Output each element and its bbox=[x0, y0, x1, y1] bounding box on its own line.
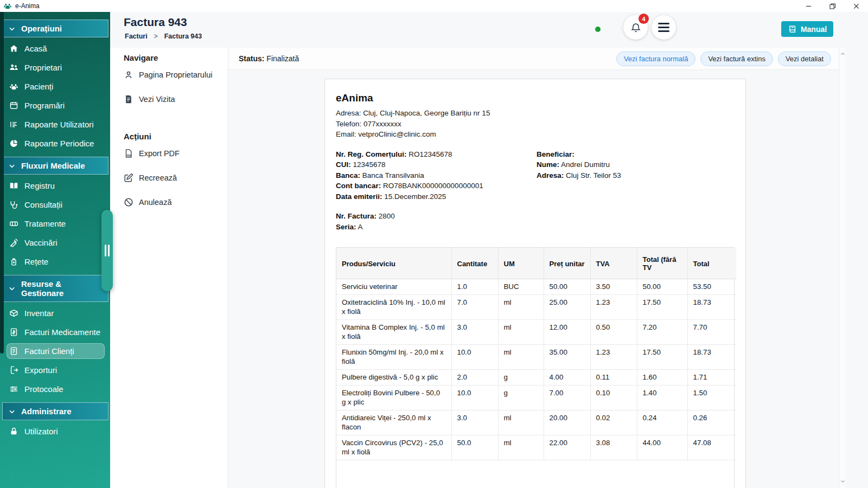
table-cell: 50.00 bbox=[544, 279, 590, 295]
section-label: Resurse & Gestionare bbox=[21, 279, 103, 298]
paw-logo-icon bbox=[3, 2, 12, 10]
table-cell: 10.0 bbox=[451, 386, 498, 410]
table-row: Oxitetraciclină 10% Inj. - 10,0 ml x fio… bbox=[336, 295, 736, 320]
nav-item-vezi-vizita[interactable]: Vezi Vizita bbox=[124, 94, 228, 104]
sidebar-item-label: Rețete bbox=[24, 257, 48, 266]
sidebar-section-operatiuni[interactable]: Operațiuni bbox=[2, 20, 108, 37]
pdf-icon: PDF bbox=[124, 149, 133, 158]
close-button[interactable] bbox=[844, 0, 868, 12]
col-tva: TVA bbox=[590, 248, 637, 279]
table-cell: ml bbox=[498, 295, 544, 320]
sidebar-item-facturi-clienti[interactable]: Facturi Clienți bbox=[7, 343, 105, 359]
table-row: Flunixin 50mg/ml Inj. - 20,0 ml x fiolă1… bbox=[336, 345, 736, 370]
prescription-icon bbox=[9, 257, 18, 266]
action-export-pdf[interactable]: PDF Export PDF bbox=[124, 149, 228, 158]
sidebar-item-protocoale[interactable]: Protocoale bbox=[7, 381, 105, 397]
vezi-factura-normala-button[interactable]: Vezi factura normală bbox=[616, 52, 696, 66]
page-title: Factura 943 bbox=[124, 16, 187, 29]
scroll-up-icon[interactable] bbox=[839, 50, 846, 57]
table-cell: 25.00 bbox=[544, 295, 590, 320]
sidebar-item-facturi-medicamente[interactable]: Facturi Medicamente bbox=[7, 324, 105, 340]
sidebar-item-label: Inventar bbox=[24, 309, 54, 318]
col-total: Total bbox=[687, 248, 736, 279]
breadcrumb-facturi[interactable]: Facturi bbox=[125, 33, 148, 40]
chevron-down-icon bbox=[8, 408, 16, 415]
table-cell: Electroliți Bovini Pulbere - 50,0 g x pl… bbox=[336, 386, 451, 410]
home-icon bbox=[9, 44, 18, 53]
sidebar-item-proprietari[interactable]: Proprietari bbox=[7, 60, 105, 75]
sidebar-item-label: Exporturi bbox=[24, 365, 57, 375]
col-cantitate: Cantitate bbox=[451, 248, 498, 279]
restore-button[interactable] bbox=[820, 0, 844, 12]
hamburger-icon bbox=[658, 23, 669, 32]
sidebar-item-rapoarte-utilizatori[interactable]: Rapoarte Utilizatori bbox=[7, 117, 105, 132]
window-controls bbox=[796, 0, 868, 12]
table-cell: 3.0 bbox=[451, 410, 498, 435]
table-cell: ml bbox=[498, 435, 544, 460]
sidebar-item-inventar[interactable]: Inventar bbox=[7, 305, 105, 321]
sidebar-item-vaccinari[interactable]: Vaccinări bbox=[7, 235, 105, 251]
sidebar-item-retete[interactable]: Rețete bbox=[7, 254, 105, 269]
table-header-row: Produs/Serviciu Cantitate UM Preț unitar… bbox=[336, 248, 736, 279]
content-scrollbar[interactable] bbox=[839, 48, 846, 488]
table-cell: 0.02 bbox=[590, 410, 637, 435]
sidebar: Operațiuni Acasă Proprietari Pacienți Pr… bbox=[0, 12, 110, 488]
status-dot bbox=[595, 27, 601, 32]
sidebar-item-registru[interactable]: Registru bbox=[7, 178, 105, 194]
invoice-table-body: Serviciu veterinar1.0BUC50.003.5050.0053… bbox=[336, 279, 736, 460]
sidebar-item-acasa[interactable]: Acasă bbox=[7, 41, 105, 56]
table-cell: 18.73 bbox=[687, 295, 736, 320]
sidebar-collapse-handle[interactable] bbox=[101, 210, 113, 291]
sidebar-item-rapoarte-periodice[interactable]: Rapoarte Periodice bbox=[7, 136, 105, 151]
navigare-heading: Navigare bbox=[124, 53, 228, 62]
status-bar: Status: Finalizată Vezi factura normală … bbox=[228, 48, 839, 70]
table-cell: 3.50 bbox=[590, 279, 637, 295]
vezi-detaliat-button[interactable]: Vezi detaliat bbox=[778, 52, 831, 66]
invoice-number-block: Nr. Factura: 2800 Seria: A bbox=[336, 211, 735, 232]
table-cell: 2.0 bbox=[451, 370, 498, 386]
nav-item-pagina-proprietarului[interactable]: Pagina Proprietarului bbox=[124, 70, 228, 80]
sidebar-item-programari[interactable]: Programări bbox=[7, 98, 105, 113]
table-cell: BUC bbox=[498, 279, 544, 295]
table-cell: g bbox=[498, 370, 544, 386]
sidebar-item-tratamente[interactable]: Tratamente bbox=[7, 216, 105, 232]
table-cell: 22.00 bbox=[544, 435, 590, 460]
sidebar-item-exporturi[interactable]: Exporturi bbox=[7, 362, 105, 378]
sidebar-item-utilizatori[interactable]: Utilizatori bbox=[7, 423, 105, 439]
table-row: Vitamina B Complex Inj. - 5,0 ml x fiolă… bbox=[336, 320, 736, 345]
open-book-icon bbox=[9, 181, 18, 190]
sidebar-section-administrare[interactable]: Administrare bbox=[2, 402, 108, 420]
menu-button[interactable] bbox=[652, 15, 676, 40]
sidebar-scrollbar[interactable] bbox=[0, 12, 4, 354]
nume-field: Nume: Andrei Dumitru bbox=[537, 159, 621, 170]
vezi-factura-extins-button[interactable]: Vezi factură extins bbox=[700, 52, 773, 66]
table-cell: 53.50 bbox=[687, 279, 736, 295]
table-cell: Flunixin 50mg/ml Inj. - 20,0 ml x fiolă bbox=[336, 345, 451, 370]
notifications-button[interactable]: 4 bbox=[623, 15, 648, 40]
sidebar-item-pacienti[interactable]: Pacienți bbox=[7, 79, 105, 94]
breadcrumb-current[interactable]: Factura 943 bbox=[164, 33, 202, 40]
status-value: Finalizată bbox=[266, 54, 299, 63]
table-cell: 17.50 bbox=[637, 295, 687, 320]
data-emiterii-field: Data emiterii: 15.December.2025 bbox=[336, 191, 537, 202]
table-cell: 1.50 bbox=[687, 386, 736, 410]
manual-button[interactable]: Manual bbox=[781, 21, 833, 37]
table-row: Antidiareic Viței - 250,0 ml x flacon3.0… bbox=[336, 410, 736, 435]
users-icon bbox=[9, 63, 18, 72]
action-anuleaza[interactable]: Anulează bbox=[124, 197, 228, 207]
table-cell: Vaccin Circovirus (PCV2) - 25,0 ml x fio… bbox=[336, 435, 451, 460]
company-phone: Telefon: 077xxxxxxx bbox=[336, 119, 735, 130]
sidebar-section-resurse-gestionare[interactable]: Resurse & Gestionare bbox=[2, 275, 108, 302]
table-row: Serviciu veterinar1.0BUC50.003.5050.0053… bbox=[336, 279, 736, 295]
scroll-down-icon[interactable] bbox=[839, 477, 846, 485]
chevron-down-icon bbox=[8, 162, 16, 170]
sidebar-section-fluxuri-medicale[interactable]: Fluxuri Medicale bbox=[2, 157, 108, 175]
calendar-icon bbox=[9, 101, 18, 110]
sidebar-item-consultatii[interactable]: Consultații bbox=[7, 197, 105, 213]
cui-field: CUI: 12345678 bbox=[336, 159, 537, 170]
nav-item-label: Vezi Vizita bbox=[139, 95, 175, 104]
minimize-button[interactable] bbox=[796, 0, 820, 12]
table-cell: 0.11 bbox=[590, 370, 637, 386]
content-area: Status: Finalizată Vezi factura normală … bbox=[228, 48, 839, 488]
action-recreeaza[interactable]: Recreează bbox=[124, 173, 228, 183]
